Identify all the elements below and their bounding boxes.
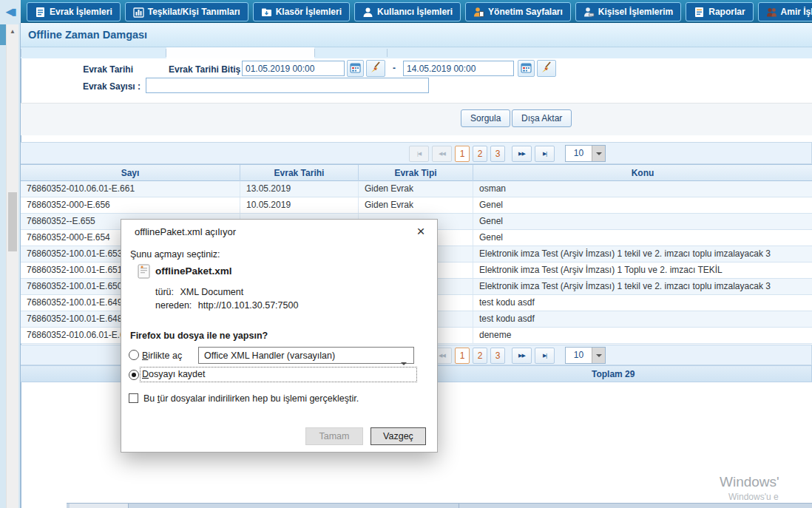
nav-tab-label: Kişisel İşlemlerim	[598, 7, 673, 17]
calendar-icon	[521, 62, 532, 75]
page-button-1[interactable]: 1	[455, 348, 470, 364]
tab-separator	[314, 49, 315, 57]
scroll-up-icon[interactable]: ▲	[7, 26, 18, 38]
nav-tab-label: Teşkilat/Kişi Tanımları	[148, 7, 240, 17]
nav-tab-teskilat-kisi[interactable]: Teşkilat/Kişi Tanımları	[125, 2, 248, 21]
nav-tab-amir-islemleri[interactable]: Amir İşlemleri	[758, 2, 812, 21]
windows-watermark-line2: Windows'u e	[728, 492, 779, 502]
cell-konu: osman	[473, 181, 812, 197]
date-end-calendar-button[interactable]	[518, 60, 535, 77]
column-header-konu[interactable]: Konu	[473, 165, 812, 181]
top-pagination: |◀ ◀◀ 1 2 3 ▶▶ ▶| 10	[409, 145, 606, 162]
table-row[interactable]: 76860352-010.06.01-E.66113.05.2019Giden …	[21, 181, 812, 197]
column-header-evrak-tarihi[interactable]: Evrak Tarihi	[240, 165, 359, 181]
nav-tab-klasor-islemleri[interactable]: Klasör İşlemleri	[253, 2, 350, 21]
open-with-radio[interactable]	[129, 350, 139, 360]
always-do-checkbox[interactable]	[129, 393, 138, 403]
date-end-input[interactable]	[403, 61, 514, 76]
document-icon	[35, 7, 46, 18]
nav-tab-label: Raporlar	[708, 7, 745, 17]
total-count: Toplam 29	[592, 369, 635, 379]
nav-tab-kisisel-islemlerim[interactable]: Kişisel İşlemlerim	[575, 2, 681, 21]
report-icon	[694, 7, 705, 18]
personal-user-icon	[583, 7, 595, 18]
table-row[interactable]: 76860352-000-E.65610.05.2019Giden EvrakG…	[21, 197, 812, 214]
next-page-button[interactable]: ▶▶	[512, 146, 532, 162]
save-file-radio[interactable]	[129, 370, 139, 380]
last-page-button[interactable]: ▶|	[535, 146, 555, 162]
cell-tarih: 10.05.2019	[240, 197, 359, 213]
nav-tab-label: Amir İşlemleri	[781, 7, 812, 17]
file-type-label: türü:	[155, 287, 174, 297]
prev-page-button[interactable]: ◀◀	[432, 146, 452, 162]
always-do-label: Bu tür dosyalar indirilirken hep bu işle…	[143, 393, 359, 404]
first-page-button[interactable]: |◀	[409, 146, 429, 162]
tab-separator	[21, 49, 21, 57]
action-strip	[21, 103, 812, 135]
file-type-row: türü: XML Document	[155, 287, 243, 297]
page-button-3[interactable]: 3	[490, 146, 505, 162]
bottom-grid-cell	[70, 504, 129, 508]
folder-icon	[261, 7, 272, 18]
calendar-icon	[350, 62, 361, 75]
evrak-tarihi-bitis-label: Evrak Tarihi Bitiş :	[169, 64, 246, 75]
nav-tab-raporlar[interactable]: Raporlar	[686, 2, 753, 21]
bottom-grid-divider	[459, 504, 459, 508]
page-size-select[interactable]: 10	[565, 347, 606, 364]
page-button-2[interactable]: 2	[473, 348, 487, 364]
open-with-label: Birlikte aç	[142, 350, 182, 361]
nav-tab-yonetim-sayfalari[interactable]: Yönetim Sayfaları	[465, 2, 571, 21]
label-rest: irlikte aç	[148, 350, 182, 361]
save-file-label: Dosyayı kaydet	[142, 369, 205, 379]
date-start-clear-button[interactable]	[366, 60, 385, 77]
dialog-title: offlinePaket.xml açılıyor	[135, 226, 236, 237]
bottom-grid-strip	[67, 503, 812, 508]
tab-separator	[387, 49, 388, 57]
sorgula-button[interactable]: Sorgula	[461, 109, 510, 127]
dialog-file-name: offlinePaket.xml	[155, 265, 232, 277]
close-icon[interactable]: ×	[412, 223, 430, 240]
page-button-1[interactable]: 1	[455, 146, 470, 162]
nav-tab-label: Klasör İşlemleri	[276, 7, 342, 17]
page-button-2[interactable]: 2	[473, 146, 487, 162]
column-header-sayi[interactable]: Sayı	[21, 165, 240, 181]
page-size-select[interactable]: 10	[565, 145, 606, 162]
scrollbar-thumb[interactable]	[8, 192, 17, 251]
chevron-down-icon[interactable]	[592, 146, 605, 161]
date-range-separator: -	[393, 63, 396, 73]
xml-file-icon	[138, 264, 151, 281]
cell-konu: deneme	[473, 328, 812, 343]
cell-konu: test kodu asdf	[473, 311, 812, 327]
date-start-calendar-button[interactable]	[347, 60, 364, 77]
vertical-scrollbar[interactable]: ▲	[6, 24, 18, 508]
windows-watermark-line1: Windows'	[720, 474, 779, 490]
nav-tab-label: Kullanıcı İşlemleri	[377, 7, 453, 17]
broom-icon	[540, 61, 553, 76]
last-page-button[interactable]: ▶|	[535, 348, 555, 364]
supervisors-icon	[766, 7, 777, 18]
nav-tab-kullanici-islemleri[interactable]: Kullanıcı İşlemleri	[354, 2, 461, 21]
cell-konu: test kodu asdf	[473, 295, 812, 311]
collapse-panel-icon[interactable]: ◀▮	[1, 4, 19, 20]
cancel-button[interactable]: Vazgeç	[371, 427, 426, 445]
active-sub-tab[interactable]	[166, 47, 314, 58]
cell-tipi: Giden Evrak	[359, 181, 473, 197]
label-rest: ür dosyalar indirilirken hep bu işlemi g…	[160, 393, 359, 404]
evrak-sayisi-input[interactable]	[146, 78, 429, 93]
chevron-down-icon[interactable]	[592, 348, 605, 363]
org-chart-icon	[133, 7, 144, 18]
rail-accent	[0, 24, 6, 45]
date-start-input[interactable]	[242, 61, 345, 76]
date-end-clear-button[interactable]	[537, 60, 556, 77]
table-header: Sayı Evrak Tarihi Evrak Tipi Konu	[21, 164, 812, 181]
sub-tab-strip	[21, 47, 812, 58]
file-source-label: nereden:	[155, 300, 192, 311]
column-header-evrak-tipi[interactable]: Evrak Tipi	[359, 165, 473, 181]
tab-separator	[166, 49, 166, 57]
page-button-3[interactable]: 3	[490, 348, 505, 364]
next-page-button[interactable]: ▶▶	[512, 348, 532, 364]
nav-tab-evrak-islemleri[interactable]: Evrak İşlemleri	[27, 2, 121, 21]
open-with-select[interactable]: Office XML Handler (varsayılan)	[198, 347, 414, 364]
left-rail: ◀▮ ▲	[0, 0, 21, 508]
disa-aktar-button[interactable]: Dışa Aktar	[512, 109, 572, 127]
